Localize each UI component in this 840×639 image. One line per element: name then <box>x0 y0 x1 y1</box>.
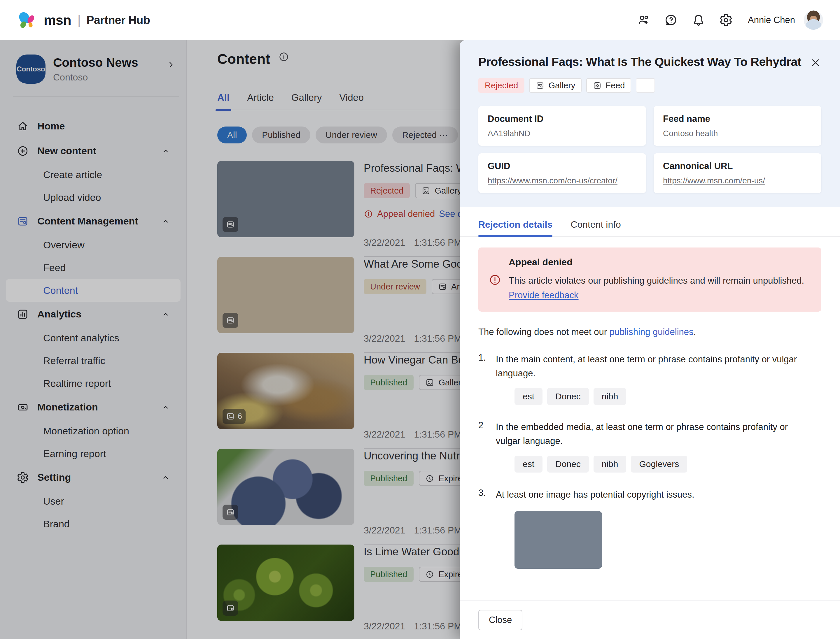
canonical-url-link[interactable]: https://www.msn.com/en-us/ <box>663 176 812 185</box>
alert-title: Appeal denied <box>508 257 811 268</box>
notifications-bell-icon[interactable] <box>692 13 705 27</box>
provide-feedback-link[interactable]: Provide feedback <box>508 290 579 300</box>
term-chip: nibh <box>593 388 626 405</box>
metadata-cards: Document ID AA19lahND Feed name Contoso … <box>478 106 821 193</box>
canonical-url-card: Cannonical URL https://www.msn.com/en-us… <box>654 153 821 193</box>
type-badge: Gallery <box>529 78 582 93</box>
brand: msn | Partner Hub <box>17 11 150 30</box>
term-chip: Goglevers <box>631 456 687 472</box>
user-name[interactable]: Annie Chen <box>748 15 795 25</box>
violation-item: 1. In the main content, at least one ter… <box>460 353 840 380</box>
term-chip: nibh <box>593 456 626 472</box>
term-chip: Donec <box>547 388 589 405</box>
guidelines-sentence: The following does not meet our publishi… <box>460 327 840 337</box>
term-chip: est <box>515 456 542 472</box>
violation-item: 3. At least one image has potential copy… <box>460 488 840 502</box>
rss-icon <box>593 81 602 90</box>
placeholder-badge <box>636 78 655 93</box>
feed-name-card: Feed name Contoso health <box>654 106 821 146</box>
help-icon[interactable] <box>665 13 678 27</box>
copyright-image-thumbnail[interactable] <box>515 511 602 569</box>
tab-rejection-details[interactable]: Rejection details <box>478 219 552 237</box>
brand-msn: msn <box>44 12 71 28</box>
tab-content-info[interactable]: Content info <box>571 219 621 237</box>
brand-divider: | <box>78 13 81 27</box>
alert-body: This article violates our publishing gui… <box>508 273 811 302</box>
violation-terms: est Donec nibh Goglevers <box>515 456 840 472</box>
settings-gear-icon[interactable] <box>719 13 733 27</box>
status-badge: Rejected <box>478 78 524 93</box>
violation-item: 2 In the embedded media, at least one te… <box>460 420 840 448</box>
guid-link[interactable]: https://www.msn.com/en-us/creator/ <box>488 176 637 185</box>
panel-badges: Rejected Gallery Feed <box>478 78 821 93</box>
panel-title: Professional Faqs: What Is The Quickest … <box>478 55 802 69</box>
panel-tabs: Rejection details Content info <box>460 219 840 237</box>
brand-product: Partner Hub <box>87 14 150 27</box>
user-avatar[interactable] <box>804 11 823 30</box>
alert-icon <box>489 258 501 302</box>
close-button[interactable]: Close <box>478 610 522 630</box>
details-panel: Professional Faqs: What Is The Quickest … <box>460 40 840 639</box>
feed-badge: Feed <box>586 78 631 93</box>
panel-footer: Close <box>460 601 840 639</box>
header-actions: Annie Chen <box>623 11 823 30</box>
panel-header: Professional Faqs: What Is The Quickest … <box>460 40 840 207</box>
msn-butterfly-logo <box>17 11 40 30</box>
term-chip: est <box>515 388 542 405</box>
support-people-icon[interactable] <box>637 13 650 27</box>
term-chip: Donec <box>547 456 589 472</box>
violation-terms: est Donec nibh <box>515 388 840 405</box>
gallery-icon <box>536 81 545 90</box>
appeal-denied-alert: Appeal denied This article violates our … <box>478 248 821 312</box>
app-header: msn | Partner Hub Annie Chen <box>0 0 840 40</box>
close-icon[interactable] <box>810 57 821 68</box>
document-id-card: Document ID AA19lahND <box>478 106 646 146</box>
publishing-guidelines-link[interactable]: publishing guidelines <box>610 327 693 337</box>
guid-card: GUID https://www.msn.com/en-us/creator/ <box>478 153 646 193</box>
partner-hub-app: msn | Partner Hub Annie Chen Contoso <box>0 0 840 639</box>
